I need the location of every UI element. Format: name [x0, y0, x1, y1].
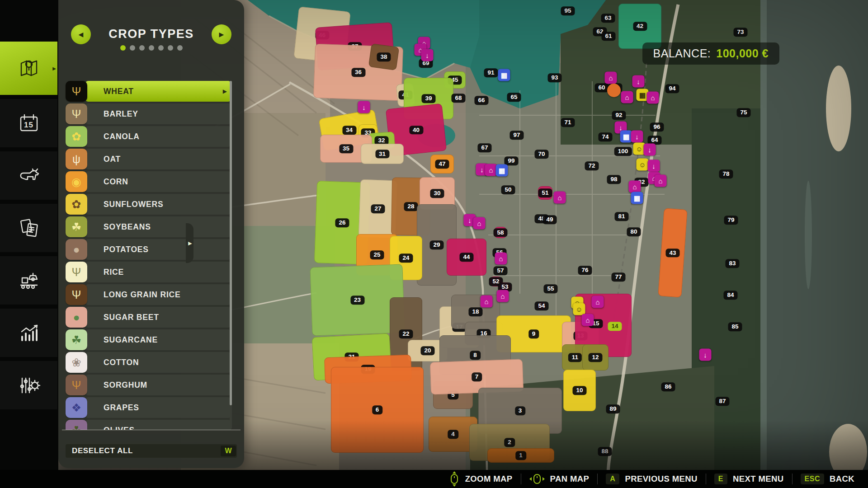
map-poi-icon[interactable]: ↓ [358, 101, 370, 113]
map-number-badge: 96 [650, 122, 664, 131]
map-number-badge: 79 [724, 216, 738, 225]
map-poi-icon[interactable]: ⌂ [592, 296, 604, 308]
map-number-badge: 73 [733, 28, 747, 37]
mouse-pan-icon [529, 471, 545, 487]
map-number-badge: 89 [606, 404, 620, 413]
field-number-badge: 4 [448, 430, 458, 439]
map-poi-icon[interactable]: ↓ [644, 144, 656, 156]
sidebar-item-settings[interactable] [0, 361, 57, 409]
hint-next-menu: ENEXT MENU [714, 474, 784, 484]
map-poi-icon[interactable]: ▦ [498, 69, 510, 81]
next-page-button[interactable]: ▶ [212, 24, 231, 44]
crop-row-olives[interactable]: ☘OLIVES [66, 420, 237, 430]
map-poi-icon[interactable]: ↓ [699, 349, 712, 361]
map-poi-icon[interactable]: ⌂ [655, 175, 667, 187]
potatoes-crop-icon: ● [66, 239, 87, 260]
map-poi-icon[interactable]: ⌂ [554, 192, 566, 204]
crop-row-sorghum[interactable]: ΨSORGHUM [66, 375, 237, 395]
crop-row-rice[interactable]: ΨRICE [66, 262, 237, 282]
map-poi-icon[interactable]: ⌂ [473, 217, 486, 230]
map-number-badge: 49 [542, 215, 557, 224]
crop-row-sugarcane[interactable]: ☘SUGARCANE [66, 329, 237, 350]
map-number-badge: 78 [719, 169, 733, 178]
map-poi-icon[interactable]: ⌂ [605, 72, 617, 84]
map-poi-icon[interactable]: ↓ [631, 131, 643, 143]
map-number-badge: 75 [736, 108, 750, 117]
key-hint-esc: ESC [801, 474, 824, 484]
balance-label: BALANCE: [653, 47, 711, 60]
map-poi-icon[interactable]: ↓ [632, 75, 645, 88]
crop-types-panel: ◀ CROP TYPES ▶ ΨWHEAT▶ΨBARLEY✿CANOLAψOAT… [58, 0, 244, 468]
crop-row-long-grain-rice[interactable]: ΨLONG GRAIN RICE [66, 284, 237, 305]
map-poi-icon[interactable]: ▦ [620, 131, 632, 143]
map-number-badge: 83 [725, 259, 739, 268]
field-number-badge: 25 [370, 250, 384, 259]
map-number-badge: 99 [504, 156, 518, 165]
map-number-badge: 66 [474, 96, 488, 105]
sidebar-item-statistics[interactable] [0, 309, 57, 357]
crop-row-potatoes[interactable]: ●POTATOES [66, 239, 237, 260]
crop-label: POTATOES [104, 245, 149, 254]
crop-row-grapes[interactable]: ❖GRAPES [66, 397, 237, 418]
hint-label: NEXT MENU [733, 474, 784, 484]
game-screen: 4637363845413940343332353147262728302925… [0, 0, 868, 488]
hint-label: ZOOM MAP [465, 474, 513, 484]
crop-row-corn[interactable]: ◉CORN [66, 171, 237, 192]
map-poi-icon[interactable]: ⌂ [497, 290, 509, 302]
animals-icon [16, 163, 42, 188]
map-number-badge: 77 [611, 272, 625, 282]
map-poi-icon[interactable]: ⌂ [647, 92, 659, 104]
map-number-badge: 50 [501, 185, 515, 194]
field-number-badge: 26 [335, 218, 349, 227]
scrollbar-thumb[interactable] [230, 81, 232, 405]
sidebar-item-contracts[interactable] [0, 204, 57, 252]
crop-row-soybeans[interactable]: ☘SOYBEANS [66, 216, 237, 237]
field-number-badge: 39 [421, 94, 435, 103]
crop-row-barley[interactable]: ΨBARLEY [66, 103, 237, 124]
map-poi-icon[interactable] [607, 84, 621, 97]
map-poi-icon[interactable]: ⌂ [629, 181, 641, 193]
crop-row-sunflowers[interactable]: ✿SUNFLOWERS [66, 194, 237, 215]
map-number-badge: 57 [493, 266, 507, 275]
map-poi-icon[interactable]: ▦ [631, 192, 643, 204]
field-number-badge: 51 [538, 188, 552, 197]
map-number-badge: 71 [561, 118, 575, 127]
crop-label: WHEAT [104, 87, 134, 96]
map-number-badge: 91 [484, 68, 498, 77]
map-poi-icon[interactable]: ☺ [637, 159, 649, 171]
panel-collapse-tab[interactable]: ▶ [186, 223, 193, 263]
sidebar-item-production[interactable] [0, 256, 57, 305]
sidebar-item-calendar[interactable]: 15 [0, 99, 57, 147]
map-poi-icon[interactable]: ↓ [648, 160, 660, 172]
balance-display: BALANCE: 100,000 € [642, 42, 779, 65]
sidebar-item-map[interactable]: ▶ [0, 42, 57, 95]
statistics-icon [16, 320, 42, 346]
field-number-badge: 22 [399, 329, 413, 338]
crop-list-scrollbar[interactable] [230, 81, 232, 429]
map-number-badge: 14 [608, 322, 622, 331]
crop-row-oat[interactable]: ψOAT [66, 149, 237, 169]
map-poi-icon[interactable]: ⌂ [485, 164, 497, 176]
hint-zoom-map: ZOOM MAP [449, 471, 513, 487]
map-poi-icon[interactable]: ⌂ [621, 91, 633, 103]
deselect-all-button[interactable]: DESELECT ALL W [66, 444, 237, 458]
field-number-badge: 40 [409, 126, 423, 135]
crop-row-sugar-beet[interactable]: ●SUGAR BEET [66, 307, 237, 328]
crop-row-cotton[interactable]: ❀COTTON [66, 352, 237, 373]
map-poi-icon[interactable]: ⌂ [582, 314, 594, 326]
map-poi-icon[interactable]: ▦ [496, 164, 508, 177]
field-number-badge: 38 [377, 52, 391, 61]
map-number-badge: 88 [598, 447, 612, 456]
hint-label: BACK [830, 474, 854, 484]
map-poi-icon[interactable]: ⌂ [495, 253, 507, 265]
crop-row-canola[interactable]: ✿CANOLA [66, 126, 237, 147]
field-number-badge: 12 [588, 353, 602, 362]
canola-crop-icon: ✿ [66, 126, 87, 147]
field-number-badge: 36 [351, 68, 365, 77]
map-poi-icon[interactable]: ☺ [573, 303, 585, 315]
crop-row-wheat[interactable]: ΨWHEAT▶ [66, 81, 237, 102]
map-poi-icon[interactable]: ⌂ [481, 296, 493, 308]
map-number-badge: 63 [601, 14, 615, 23]
sidebar-item-animals[interactable] [0, 151, 57, 200]
map-poi-icon[interactable]: ↓ [421, 49, 434, 61]
